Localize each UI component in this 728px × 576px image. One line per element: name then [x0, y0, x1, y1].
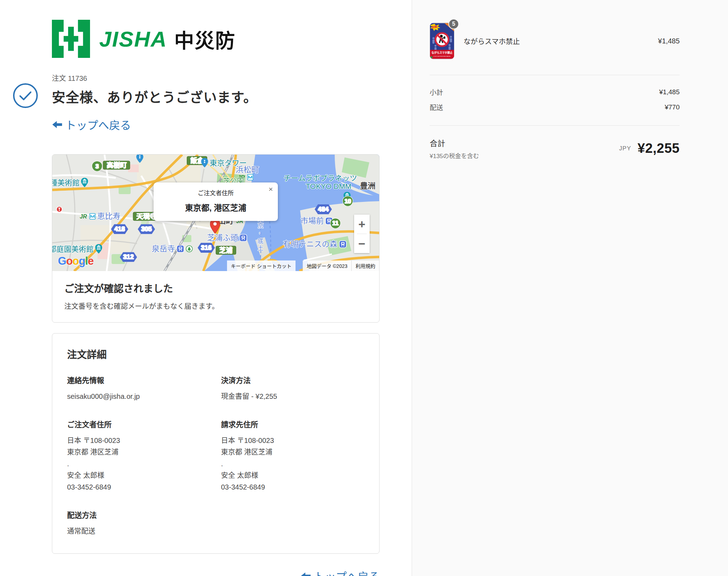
brand-name-ja: 中災防	[174, 25, 236, 53]
infowindow-close-icon[interactable]: ×	[269, 185, 273, 193]
keyboard-shortcuts-button[interactable]: キーボード ショートカット	[227, 260, 296, 271]
order-confirmed-check-icon	[12, 83, 38, 109]
total-value: ¥2,255	[638, 141, 680, 156]
map-label-芝浦: 芝浦	[216, 246, 236, 254]
payment-method-value: 現金書留 - ¥2,255	[221, 391, 364, 402]
zoom-in-button[interactable]: +	[354, 215, 370, 234]
checkout-confirmation-page: JISHA 中災防 注文 11736 安全様、ありがとうございます。 トップへ戻…	[0, 0, 728, 576]
billing-address-value: 日本 〒108-0023東京都 港区芝浦.安全 太郎様03-3452-6849	[221, 435, 364, 493]
map-label-poi-red	[56, 206, 63, 213]
map-label-316: 316	[196, 243, 216, 253]
map-label-312: 312	[118, 252, 139, 262]
map-label-305: 305	[136, 224, 157, 234]
map-label-有明テニスの森: 有明テニスの森	[283, 240, 347, 248]
back-to-top-link[interactable]: トップへ戻る	[52, 116, 131, 132]
poster-title-text: ながらスマホ禁止	[431, 51, 453, 54]
map-attribution: キーボード ショートカット 地図データ ©2023 利用規約	[227, 260, 379, 271]
shipping-method-label: 配送方法	[67, 509, 364, 520]
total-amount-block: JPY ¥2,255	[619, 141, 680, 156]
map-label-芝浦ふ頭: 芝浦ふ頭	[207, 234, 247, 242]
google-logo[interactable]: Google	[58, 255, 94, 268]
shipping-address-value: 日本 〒108-0023東京都 港区芝浦.安全 太郎様03-3452-6849	[67, 435, 210, 493]
order-header: 注文 11736 安全様、ありがとうございます。	[52, 73, 380, 106]
currency-code: JPY	[619, 145, 631, 152]
svg-text:DO NOT USE PHONE WHILE WALKING: DO NOT USE PHONE WHILE WALKING	[434, 56, 451, 57]
billing-address-section: 請求先住所 日本 〒108-0023東京都 港区芝浦.安全 太郎様03-3452…	[221, 419, 364, 493]
arrow-left-icon	[52, 120, 62, 129]
confirmation-card: 高樹町3飯倉山種美術館東京タワー浜松町JR芝公園チームラボプラネッツTOKYO …	[52, 154, 380, 323]
jisha-logo-icon	[52, 20, 90, 58]
total-row: 合計 ¥135の税金を含む JPY ¥2,255	[430, 126, 680, 160]
map-label-高樹町: 高樹町	[103, 161, 130, 169]
brand-header: JISHA 中災防	[52, 20, 380, 58]
order-number: 注文 11736	[52, 73, 380, 83]
map-zoom-control: + −	[354, 215, 370, 253]
map-infowindow: × ご注文者住所 東京都, 港区芝浦	[154, 182, 278, 221]
shipping-method-value: 通常配送	[67, 526, 364, 537]
order-details-heading: 注文詳細	[67, 347, 364, 361]
confirmation-message: ご注文が確認されました 注文番号を含む確認メールがまもなく届きます。	[52, 271, 379, 322]
subtotal-row: 小計 ¥1,485	[430, 87, 680, 97]
line-item-row: 危険! ながらスマホ禁止 DO NOT USE PHONE WHILE WALK…	[430, 23, 680, 59]
infowindow-address: 東京都, 港区芝浦	[161, 201, 270, 213]
shipping-address-section: ご注文者住所 日本 〒108-0023東京都 港区芝浦.安全 太郎様03-345…	[67, 419, 210, 493]
map-label-チームラボプラネッツ: チームラボプラネッツ	[284, 174, 357, 182]
order-details-grid: 連絡先情報 seisaku000@jisha.or.jp 決済方法 現金書留 -…	[67, 374, 364, 493]
brand-wordmark: JISHA 中災防	[99, 25, 236, 53]
order-location-map[interactable]: 高樹町3飯倉山種美術館東京タワー浜松町JR芝公園チームラボプラネッツTOKYO …	[52, 155, 379, 271]
confirmation-body: 注文番号を含む確認メールがまもなく届きます。	[64, 301, 367, 311]
map-label-10: 10	[342, 196, 353, 206]
order-summary-sidebar: 危険! ながらスマホ禁止 DO NOT USE PHONE WHILE WALK…	[412, 0, 728, 576]
contact-info-label: 連絡先情報	[67, 374, 210, 385]
contact-info-section: 連絡先情報 seisaku000@jisha.or.jp	[67, 374, 210, 402]
shipping-method-section: 配送方法 通常配送	[67, 509, 364, 537]
subtotal-value: ¥1,485	[659, 88, 680, 96]
shipping-row: 配送 ¥770	[430, 102, 680, 112]
page-title: 安全様、ありがとうございます。	[52, 86, 380, 106]
map-label-恵比寿: JR恵比寿	[79, 212, 120, 220]
subtotal-label: 小計	[430, 87, 443, 97]
contact-email: seisaku000@jisha.or.jp	[67, 391, 210, 402]
payment-method-label: 決済方法	[221, 374, 364, 385]
main-content: JISHA 中災防 注文 11736 安全様、ありがとうございます。 トップへ戻…	[0, 0, 412, 576]
map-label-豊洲: 豊洲	[360, 182, 376, 190]
billing-address-label: 請求先住所	[221, 419, 364, 429]
totals-section: 小計 ¥1,485 配送 ¥770	[430, 75, 680, 125]
product-price: ¥1,485	[658, 37, 680, 45]
map-label-市場前: 市場前	[300, 217, 333, 225]
map-label-484: 484	[313, 204, 334, 214]
product-thumbnail: 危険! ながらスマホ禁止 DO NOT USE PHONE WHILE WALK…	[430, 23, 454, 59]
payment-method-section: 決済方法 現金書留 - ¥2,255	[221, 374, 364, 402]
terms-of-use-link[interactable]: 利用規約	[351, 260, 379, 271]
map-label-marker	[210, 219, 220, 234]
map-label-京都庭園美術館: 京都庭園美術館	[52, 244, 102, 254]
map-label-山種美術館: 山種美術館	[52, 178, 88, 187]
tax-note: ¥135の税金を含む	[430, 151, 479, 160]
zoom-out-button[interactable]: −	[354, 234, 370, 253]
map-label-3: 3	[92, 161, 102, 172]
svg-text:JR: JR	[80, 214, 87, 220]
quantity-badge: 5	[448, 19, 459, 29]
map-label-泉岳寺: 泉岳寺	[152, 245, 193, 253]
map-data-attribution: 地図データ ©2023	[303, 260, 351, 271]
map-label-浜松町: 浜松町	[236, 166, 259, 174]
confirmation-heading: ご注文が確認されました	[64, 281, 367, 295]
map-label-tower-pin	[136, 155, 143, 163]
brand-name-latin: JISHA	[99, 26, 167, 52]
product-name: ながらスマホ禁止	[464, 36, 649, 46]
order-details-card: 注文詳細 連絡先情報 seisaku000@jisha.or.jp 決済方法 現…	[52, 333, 380, 554]
total-label-block: 合計 ¥135の税金を含む	[430, 137, 479, 160]
bottom-link-row: トップへ戻る	[52, 568, 380, 576]
total-label: 合計	[430, 137, 479, 148]
shipping-address-label: ご注文者住所	[67, 419, 210, 429]
back-to-top-link-bottom[interactable]: トップへ戻る	[300, 568, 380, 576]
infowindow-title: ご注文者住所	[161, 188, 270, 197]
map-label-418: 418	[109, 224, 130, 234]
arrow-left-icon	[300, 572, 311, 576]
map-label-TOKYO DMM: TOKYO DMM	[306, 182, 351, 190]
shipping-label: 配送	[430, 102, 443, 112]
map-label-11: 11	[330, 218, 341, 229]
shipping-value: ¥770	[665, 103, 680, 111]
